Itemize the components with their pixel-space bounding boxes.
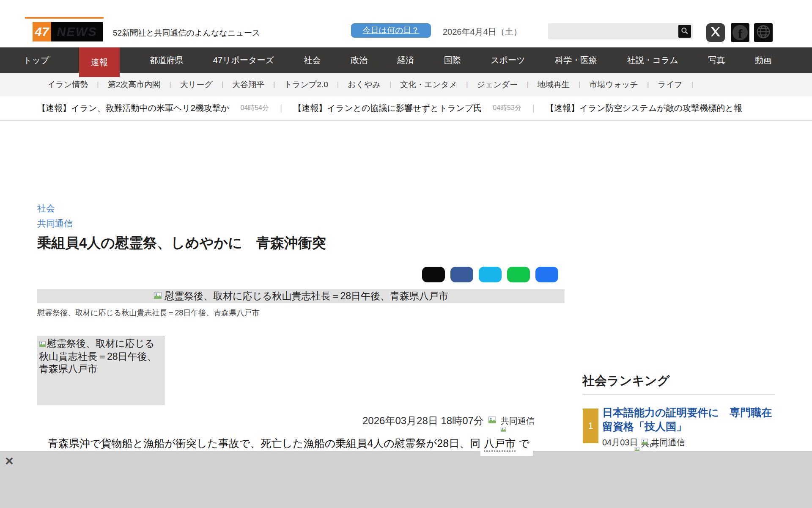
subnav-item-ohtani[interactable]: 大谷翔平 (232, 79, 264, 90)
ranking-heading: 社会ランキング (582, 373, 669, 389)
broken-image-icon (39, 338, 46, 351)
bottom-banner-overlay: × (0, 451, 812, 508)
x-social-link[interactable] (706, 23, 725, 42)
x-logo-icon (710, 26, 721, 39)
separator: | (337, 80, 339, 89)
separator: | (97, 80, 99, 89)
separator: | (532, 103, 535, 113)
logo-47-badge: 47 (33, 22, 51, 41)
share-hatena-button[interactable] (535, 267, 558, 282)
separator: | (280, 103, 282, 113)
article-source-link[interactable]: 共同通信 (37, 218, 73, 229)
separator: | (647, 80, 649, 89)
image-caption: 慰霊祭後、取材に応じる秋山貴志社長＝28日午後、青森県八戸市 (37, 308, 259, 318)
subnav-item-trump[interactable]: トランプ2.0 (284, 79, 328, 90)
subnav-item-gender[interactable]: ジェンダー (477, 79, 518, 90)
ticker-text: 【速報】イラン、救難活動中の米軍ヘリ2機攻撃か (37, 103, 229, 113)
search-button[interactable] (678, 25, 691, 38)
ranking-item-date: 04月03日 (602, 437, 638, 448)
ticker-text: 【速報】イラン防空システムが敵の攻撃機標的と報 (546, 103, 742, 113)
separator: | (466, 80, 468, 89)
ticker-item[interactable]: 【速報】イラン、救難活動中の米軍ヘリ2機攻撃か (37, 102, 229, 114)
nav-item-video[interactable]: 動画 (755, 47, 772, 73)
subnav-item-iran[interactable]: イラン情勢 (47, 79, 88, 90)
share-line-button[interactable] (507, 267, 530, 282)
subnav-item-takaichi-cabinet[interactable]: 第2次高市内閣 (108, 79, 161, 90)
separator: | (273, 80, 275, 89)
nav-item-47reporters[interactable]: 47リポーターズ (213, 47, 274, 73)
ticker-item[interactable]: 【速報】イラン防空システムが敵の攻撃機標的と報 (546, 102, 742, 114)
ticker-item[interactable]: 【速報】イランとの協議に影響せずとトランプ氏 (293, 102, 482, 114)
broken-image-icon (154, 291, 162, 301)
article-body: 青森県沖で貨物船と漁船が衝突した事故で、死亡した漁船の乗組員4人の慰霊祭が28日… (37, 435, 574, 451)
share-facebook-button[interactable] (450, 267, 473, 282)
search-icon (680, 27, 689, 36)
broken-image-icon (500, 424, 506, 434)
nav-item-photo[interactable]: 写真 (708, 47, 725, 73)
share-twitter-button[interactable] (479, 267, 502, 282)
close-icon[interactable]: × (5, 453, 14, 468)
place-annotation-chip[interactable]: 八戸市 で (480, 435, 533, 456)
hero-image-alt-text: 慰霊祭後、取材に応じる秋山貴志社長＝28日午後、青森県八戸市 (165, 290, 448, 303)
ticker-time: 04時53分 (493, 104, 521, 113)
page: 47 NEWS 52新聞社と共同通信のよんななニュース 今日は何の日？ 2026… (0, 0, 812, 508)
today-button-label: 今日は何の日？ (363, 25, 420, 36)
nav-item-breaking[interactable]: 速報 (79, 47, 120, 77)
ticker-text: 【速報】イランとの協議に影響せずとトランプ氏 (293, 103, 482, 113)
article-timestamp: 2026年03月28日 18時07分 (362, 414, 484, 428)
nav-item-society[interactable]: 社会 (304, 47, 321, 73)
ranking-number-badge: 1 (583, 409, 598, 443)
share-button-row (422, 267, 558, 282)
today-button[interactable]: 今日は何の日？ (351, 23, 431, 38)
separator: | (691, 80, 693, 89)
nav-item-prefectures[interactable]: 都道府県 (149, 47, 183, 73)
thumbnail-alt-text: 慰霊祭後、取材に応じる秋山貴志社長＝28日午後、青森県八戸市 (39, 338, 157, 374)
ranking-divider (582, 394, 775, 395)
breaking-news-ticker: 【速報】イラン、救難活動中の米軍ヘリ2機攻撃か 04時54分 | 【速報】イラン… (0, 96, 812, 121)
site-logo[interactable]: 47 NEWS (33, 22, 103, 41)
current-date: 2026年4月4日（土） (443, 26, 522, 38)
ticker-time: 04時54分 (240, 104, 269, 113)
article-title: 乗組員4人の慰霊祭、しめやかに 青森沖衝突 (37, 234, 566, 253)
nav-item-science-medical[interactable]: 科学・医療 (555, 47, 597, 73)
nav-item-politics[interactable]: 政治 (351, 47, 368, 73)
facebook-social-link[interactable]: f (731, 23, 749, 42)
body-text-after: で (518, 437, 529, 449)
globe-icon (755, 24, 771, 41)
article-category-link[interactable]: 社会 (37, 202, 55, 214)
separator: | (527, 80, 528, 89)
separator: | (222, 80, 223, 89)
separator: | (390, 80, 391, 89)
broken-image-icon (488, 416, 497, 426)
search-input[interactable] (551, 25, 676, 39)
ranking-item-title[interactable]: 日本語能力の証明要件に 専門職在留資格「技人国」 (602, 406, 776, 433)
globe-social-link[interactable] (754, 23, 773, 42)
subnav-item-okuyami[interactable]: おくやみ (348, 79, 381, 90)
sub-nav: イラン情勢| 第2次高市内閣| 大リーグ| 大谷翔平| トランプ2.0| おくや… (0, 73, 812, 96)
subnav-item-mlb[interactable]: 大リーグ (180, 79, 213, 90)
site-tagline: 52新聞社と共同通信のよんななニュース (113, 28, 260, 39)
search-box (548, 23, 693, 39)
logo-accent-line (25, 17, 104, 19)
facebook-icon: f (732, 25, 748, 40)
place-link[interactable]: 八戸市 (484, 437, 516, 452)
nav-item-international[interactable]: 国際 (444, 47, 461, 73)
separator: | (169, 80, 171, 89)
hero-image-placeholder: 慰霊祭後、取材に応じる秋山貴志社長＝28日午後、青森県八戸市 (37, 289, 565, 303)
subnav-item-regional-revival[interactable]: 地域再生 (538, 79, 570, 90)
nav-item-editorial-column[interactable]: 社説・コラム (627, 47, 678, 73)
subnav-item-culture-entertainment[interactable]: 文化・エンタメ (400, 79, 457, 90)
main-nav: トップ 速報 都道府県 47リポーターズ 社会 政治 経済 国際 スポーツ 科学… (0, 47, 812, 73)
subnav-item-market-watch[interactable]: 市場ウォッチ (589, 79, 638, 90)
nav-item-economy[interactable]: 経済 (397, 47, 414, 73)
thumbnail-image-placeholder[interactable]: 慰霊祭後、取材に応じる秋山貴志社長＝28日午後、青森県八戸市 (37, 336, 165, 405)
nav-item-sports[interactable]: スポーツ (491, 47, 525, 73)
separator: | (579, 80, 580, 89)
share-x-button[interactable] (422, 267, 445, 282)
nav-item-top[interactable]: トップ (23, 47, 49, 73)
subnav-item-life[interactable]: ライフ (658, 79, 682, 90)
body-text-before: 青森県沖で貨物船と漁船が衝突した事故で、死亡した漁船の乗組員4人の慰霊祭が28日… (37, 437, 480, 449)
logo-news-text: NEWS (51, 22, 103, 41)
